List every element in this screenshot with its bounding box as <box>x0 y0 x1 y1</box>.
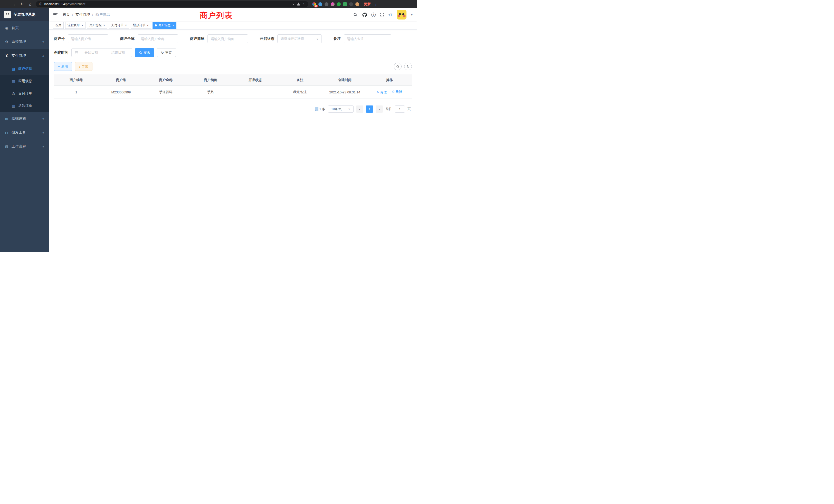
refresh-table-button[interactable]: ↻ <box>404 63 412 70</box>
bookmark-star-icon[interactable]: ☆ <box>302 2 305 6</box>
breadcrumb-item-current: 商户信息 <box>95 12 110 17</box>
share-icon[interactable] <box>297 3 300 6</box>
tab-home[interactable]: 首页 <box>53 22 64 29</box>
navbar-actions: ? TT ∨ <box>353 10 413 20</box>
search-icon[interactable] <box>353 13 358 17</box>
grid-icon: ▦ <box>11 79 16 83</box>
next-page-button[interactable]: › <box>376 106 383 113</box>
browser-reload-icon[interactable]: ↻ <box>20 2 25 6</box>
chevron-down-icon: ∨ <box>316 37 319 41</box>
close-icon[interactable]: × <box>172 24 174 27</box>
tab-user-group[interactable]: 用户分组 × <box>87 22 107 29</box>
prev-page-button[interactable]: ‹ <box>356 106 363 113</box>
page-button-1[interactable]: 1 <box>366 106 373 113</box>
extension-toolbar: 10 <box>312 2 359 6</box>
close-icon[interactable]: × <box>147 24 149 27</box>
close-icon[interactable]: × <box>125 24 127 27</box>
toggle-search-button[interactable] <box>394 63 401 70</box>
sidebar-item-refund-order[interactable]: ▥ 退款订单 <box>0 99 49 112</box>
sidebar-item-payment[interactable]: ¥ 支付管理 ∧ <box>0 49 49 63</box>
sidebar-item-app-info[interactable]: ▦ 应用信息 <box>0 75 49 87</box>
tab-pay-order[interactable]: 支付订单 × <box>109 22 129 29</box>
fullscreen-icon[interactable] <box>380 13 384 17</box>
full-name-input[interactable] <box>138 35 178 43</box>
extension-icon-8[interactable] <box>355 2 359 6</box>
delete-link[interactable]: 删除 <box>392 90 402 94</box>
add-button[interactable]: + 新增 <box>54 62 72 71</box>
sidebar-item-system[interactable]: ⚙ 系统管理 ∨ <box>0 35 49 49</box>
github-icon[interactable] <box>362 12 367 17</box>
user-menu-caret-icon[interactable]: ∨ <box>411 13 413 17</box>
navbar: 首页 / 支付管理 / 商户信息 商户列表 ? TT ∨ <box>49 8 417 21</box>
sidebar-item-infra[interactable]: ⊞ 基础设施 ∨ <box>0 112 49 126</box>
col-header-id: 商户编号 <box>54 78 98 83</box>
address-bar[interactable]: ⓘ localhost:1024/pay/merchant ☆ <box>36 1 308 7</box>
help-icon[interactable]: ? <box>371 13 376 17</box>
sidebar: 芋道管理系统 ◉ 首页 ⚙ 系统管理 ∨ ¥ 支付管理 ∧ ▤ 商户信息 <box>0 8 49 252</box>
extension-icon-1[interactable]: 10 <box>312 2 316 6</box>
browser-chrome: ← → ↻ ⌂ ⓘ localhost:1024/pay/merchant ☆ … <box>0 0 417 8</box>
extension-icon-4[interactable] <box>331 2 334 6</box>
col-header-status: 开启状态 <box>233 78 278 83</box>
col-header-short-name: 商户简称 <box>188 78 233 83</box>
logo[interactable]: 芋道管理系统 <box>0 8 49 21</box>
tab-label: 用户分组 <box>89 23 102 27</box>
chevron-down-icon: ∨ <box>348 108 350 111</box>
extension-icon-6[interactable] <box>343 2 347 6</box>
browser-update-button[interactable]: 更新 <box>364 2 371 6</box>
edit-link[interactable]: ✎ 修改 <box>377 90 387 95</box>
page-info-icon[interactable]: ⓘ <box>39 2 42 6</box>
app-title: 芋道管理系统 <box>14 12 35 17</box>
page-size-select[interactable]: 10条/页 ∨ <box>328 106 354 113</box>
remark-input[interactable] <box>344 35 391 43</box>
status-select[interactable]: 请选择开启状态 ∨ <box>277 35 322 43</box>
close-icon[interactable]: × <box>103 24 105 27</box>
merchant-table: 商户编号 商户号 商户全称 商户简称 开启状态 备注 创建时间 操作 1 M23… <box>54 74 412 99</box>
tags-view: 首页 流程表单 × 用户分组 × 支付订单 × 退款订单 × 商户信息 × <box>49 21 417 30</box>
browser-home-icon[interactable]: ⌂ <box>28 2 33 6</box>
tab-refund-order[interactable]: 退款订单 × <box>131 22 151 29</box>
sidebar-item-workflow[interactable]: ⊟ 工作流程 ∨ <box>0 140 49 154</box>
tab-process-form[interactable]: 流程表单 × <box>65 22 86 29</box>
edit-link-label: 修改 <box>380 90 387 95</box>
browser-back-icon[interactable]: ← <box>3 2 8 6</box>
merchant-no-input[interactable] <box>68 35 108 43</box>
col-header-merchant-no: 商户号 <box>98 78 143 83</box>
sidebar-item-pay-order[interactable]: ◎ 支付订单 <box>0 87 49 99</box>
password-key-icon[interactable] <box>291 3 295 6</box>
extension-icon-3[interactable] <box>325 2 328 6</box>
font-size-icon[interactable]: TT <box>389 13 392 17</box>
col-header-actions: 操作 <box>367 78 412 83</box>
extension-icon-2[interactable] <box>319 2 322 6</box>
export-button-label: 导出 <box>82 64 88 69</box>
extension-icon-7[interactable] <box>349 2 353 6</box>
close-icon[interactable]: × <box>81 24 83 27</box>
sidebar-item-devtools[interactable]: ⊡ 研发工具 ∨ <box>0 126 49 140</box>
browser-forward-icon[interactable]: → <box>11 2 17 6</box>
document-icon: ▥ <box>11 104 16 108</box>
full-name-label: 商户全称 <box>120 37 135 41</box>
export-button[interactable]: ↓ 导出 <box>75 62 93 71</box>
short-name-input[interactable] <box>207 35 248 43</box>
user-avatar[interactable] <box>397 10 407 20</box>
tab-merchant-info[interactable]: 商户信息 × <box>153 22 176 29</box>
extension-icon-5[interactable] <box>337 2 341 6</box>
breadcrumb-item-home[interactable]: 首页 <box>63 12 70 17</box>
logo-avatar-image <box>4 11 11 19</box>
sidebar-item-label: 退款订单 <box>18 104 32 108</box>
tab-label: 支付订单 <box>111 23 124 27</box>
reset-button[interactable]: ↻ 重置 <box>157 48 176 57</box>
browser-menu-icon[interactable]: ⋮ <box>374 2 378 6</box>
create-time-range-picker[interactable]: 开始日期 - 结束日期 <box>71 48 132 57</box>
calendar-icon <box>75 51 78 54</box>
sidebar-item-home[interactable]: ◉ 首页 <box>0 21 49 35</box>
url-host: localhost:1024 <box>44 2 65 6</box>
goto-page-input[interactable] <box>395 106 405 113</box>
sidebar-item-merchant-info[interactable]: ▤ 商户信息 <box>0 63 49 75</box>
chevron-down-icon: ∨ <box>42 145 44 148</box>
search-button[interactable]: 搜索 <box>135 48 154 57</box>
cell-short-name: 芋艿 <box>188 90 233 94</box>
hamburger-icon[interactable] <box>53 12 58 17</box>
col-header-remark: 备注 <box>278 78 322 83</box>
breadcrumb-item-payment[interactable]: 支付管理 <box>75 12 90 17</box>
